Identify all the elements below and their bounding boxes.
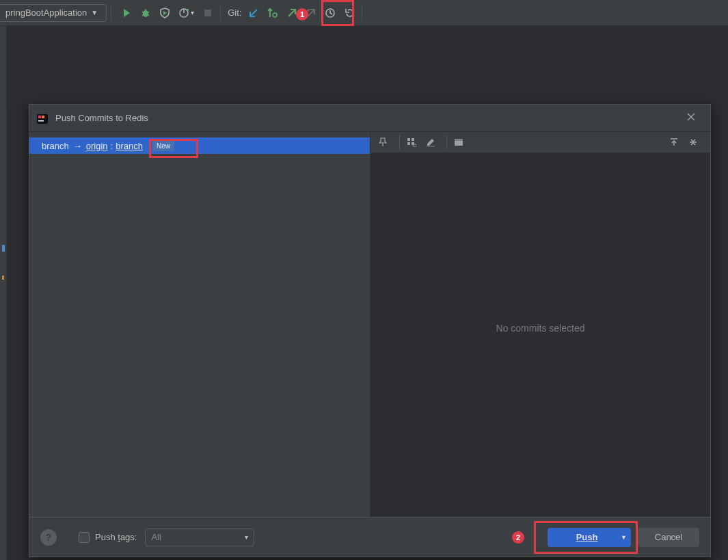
svg-line-12	[251, 10, 257, 16]
main-toolbar: pringBootApplication ▼ ▾ Git:	[0, 0, 728, 26]
toolbar-separator	[220, 5, 221, 21]
coverage-icon[interactable]	[157, 5, 173, 21]
preview-icon[interactable]	[451, 135, 466, 150]
commits-tree-pane[interactable]: branch → origin : branch New	[29, 132, 370, 517]
cancel-button[interactable]: Cancel	[638, 528, 699, 547]
profile-chevron-icon[interactable]: ▾	[191, 9, 194, 16]
push-tags-select-value: All	[151, 532, 161, 542]
edit-icon[interactable]	[423, 135, 438, 150]
app-icon	[36, 112, 49, 124]
branch-colon: :	[111, 141, 113, 151]
chevron-down-icon: ▼	[91, 9, 98, 16]
gutter-marker-blue	[2, 245, 5, 252]
chevron-down-icon: ▾	[245, 533, 248, 541]
dialog-titlebar: Push Commits to Redis	[29, 105, 710, 132]
dialog-body: branch → origin : branch New	[29, 132, 710, 517]
toolbar-separator	[111, 5, 111, 21]
toolbar-separator	[362, 5, 362, 21]
dialog-title: Push Commits to Redis	[55, 113, 148, 123]
run-config-label: pringBootApplication	[5, 8, 87, 18]
gutter-marker-orange	[2, 276, 4, 280]
close-icon[interactable]	[686, 111, 703, 122]
push-tags-select[interactable]: All ▾	[145, 529, 254, 546]
push-dialog: Push Commits to Redis branch → origin : …	[29, 104, 711, 557]
push-button-label: Push	[560, 532, 614, 542]
local-branch-label: branch	[42, 141, 69, 151]
git-pull-icon[interactable]	[245, 5, 262, 21]
pin-icon[interactable]	[376, 135, 391, 150]
push-button-chevron-icon: ▼	[621, 534, 627, 541]
cancel-button-label: Cancel	[655, 532, 682, 542]
annotation-box-1	[321, 0, 354, 26]
svg-rect-33	[455, 139, 463, 141]
debug-icon[interactable]	[137, 5, 154, 21]
run-icon[interactable]	[118, 5, 135, 21]
svg-line-14	[288, 10, 295, 16]
annotation-badge-1: 1	[296, 8, 308, 21]
branch-row[interactable]: branch → origin : branch New	[29, 137, 370, 154]
svg-point-30	[414, 144, 416, 147]
svg-marker-7	[163, 11, 167, 15]
svg-point-1	[143, 10, 148, 17]
editor-gutter	[0, 26, 6, 560]
grid-icon[interactable]	[404, 135, 419, 150]
svg-marker-0	[124, 9, 130, 17]
push-tags-checkbox[interactable]	[79, 532, 90, 543]
expand-all-icon[interactable]	[666, 135, 682, 150]
run-config-dropdown[interactable]: pringBootApplication ▼	[0, 4, 107, 22]
target-branch-link[interactable]: branch	[116, 141, 143, 151]
help-button[interactable]: ?	[40, 529, 57, 546]
new-branch-tag: New	[152, 140, 174, 151]
profile-icon[interactable]	[176, 5, 192, 21]
svg-rect-20	[38, 116, 41, 118]
svg-rect-28	[407, 142, 410, 145]
git-commit-icon[interactable]	[265, 5, 281, 21]
annotation-badge-2: 2	[512, 531, 524, 544]
arrow-icon: →	[73, 141, 82, 151]
svg-rect-27	[412, 138, 414, 141]
diff-preview-pane: No commits selected	[370, 132, 710, 517]
git-label: Git:	[228, 8, 241, 18]
svg-rect-26	[407, 138, 410, 141]
dialog-footer: ? Push tags: All ▾ 2 Push ▼ Cancel	[29, 517, 710, 557]
svg-point-13	[273, 13, 277, 17]
push-button[interactable]: Push ▼	[548, 528, 631, 547]
svg-rect-11	[204, 10, 211, 16]
stop-icon[interactable]	[200, 5, 216, 21]
push-tags-label: Push tags:	[95, 532, 137, 542]
no-commits-placeholder: No commits selected	[370, 139, 710, 517]
svg-rect-21	[42, 116, 44, 118]
collapse-all-icon[interactable]	[686, 135, 701, 150]
remote-name-link[interactable]: origin	[86, 141, 108, 151]
svg-rect-22	[38, 120, 44, 122]
